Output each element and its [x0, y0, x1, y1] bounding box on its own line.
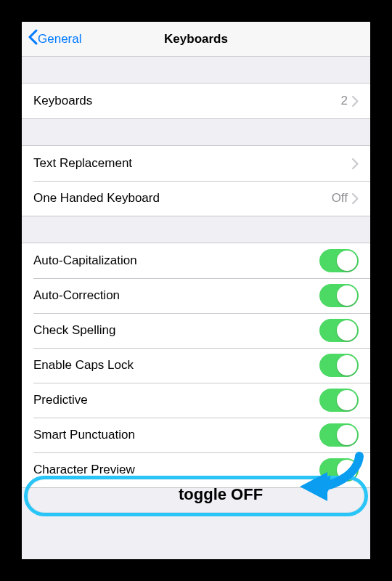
- page-title: Keyboards: [164, 32, 228, 46]
- check-spelling-label: Check Spelling: [33, 323, 319, 338]
- keyboards-list-section: Keyboards 2: [22, 83, 370, 119]
- section-gap: [22, 119, 370, 145]
- text-section: Text Replacement One Handed Keyboard Off: [22, 145, 370, 216]
- predictive-label: Predictive: [33, 393, 319, 407]
- one-handed-row[interactable]: One Handed Keyboard Off: [22, 181, 370, 216]
- chevron-right-icon: [352, 96, 359, 107]
- enable-caps-lock-row: Enable Caps Lock: [22, 348, 370, 383]
- auto-capitalization-toggle[interactable]: [319, 249, 359, 272]
- keyboards-label: Keyboards: [33, 94, 341, 108]
- auto-correction-row: Auto-Correction: [22, 278, 370, 313]
- smart-punctuation-row: Smart Punctuation: [22, 418, 370, 452]
- character-preview-toggle[interactable]: [319, 458, 359, 482]
- chevron-right-icon: [352, 158, 359, 169]
- text-replacement-label: Text Replacement: [33, 156, 352, 171]
- nav-bar: General Keyboards: [22, 22, 370, 57]
- check-spelling-row: Check Spelling: [22, 313, 370, 348]
- enable-caps-lock-label: Enable Caps Lock: [33, 358, 319, 373]
- text-replacement-row[interactable]: Text Replacement: [22, 146, 370, 181]
- keyboards-row[interactable]: Keyboards 2: [22, 84, 370, 118]
- predictive-row: Predictive: [22, 383, 370, 418]
- section-gap: [22, 57, 370, 83]
- section-gap: [22, 216, 370, 243]
- character-preview-row: Character Preview: [22, 452, 370, 487]
- toggles-section: Auto-Capitalization Auto-Correction Chec…: [22, 243, 370, 488]
- character-preview-label: Character Preview: [33, 463, 319, 477]
- one-handed-label: One Handed Keyboard: [33, 191, 332, 206]
- back-label: General: [36, 32, 81, 46]
- one-handed-value: Off: [332, 191, 348, 206]
- settings-screen: General Keyboards Keyboards 2 Text Repla…: [22, 22, 370, 559]
- enable-caps-lock-toggle[interactable]: [319, 354, 359, 377]
- auto-correction-label: Auto-Correction: [33, 288, 319, 303]
- auto-capitalization-row: Auto-Capitalization: [22, 243, 370, 278]
- check-spelling-toggle[interactable]: [319, 319, 359, 342]
- smart-punctuation-toggle[interactable]: [319, 423, 359, 447]
- chevron-left-icon: [26, 29, 36, 49]
- auto-correction-toggle[interactable]: [319, 284, 359, 307]
- smart-punctuation-label: Smart Punctuation: [33, 428, 319, 442]
- auto-capitalization-label: Auto-Capitalization: [33, 253, 319, 268]
- back-button[interactable]: General: [26, 22, 81, 56]
- chevron-right-icon: [352, 193, 359, 204]
- keyboards-count: 2: [341, 94, 348, 108]
- predictive-toggle[interactable]: [319, 389, 359, 412]
